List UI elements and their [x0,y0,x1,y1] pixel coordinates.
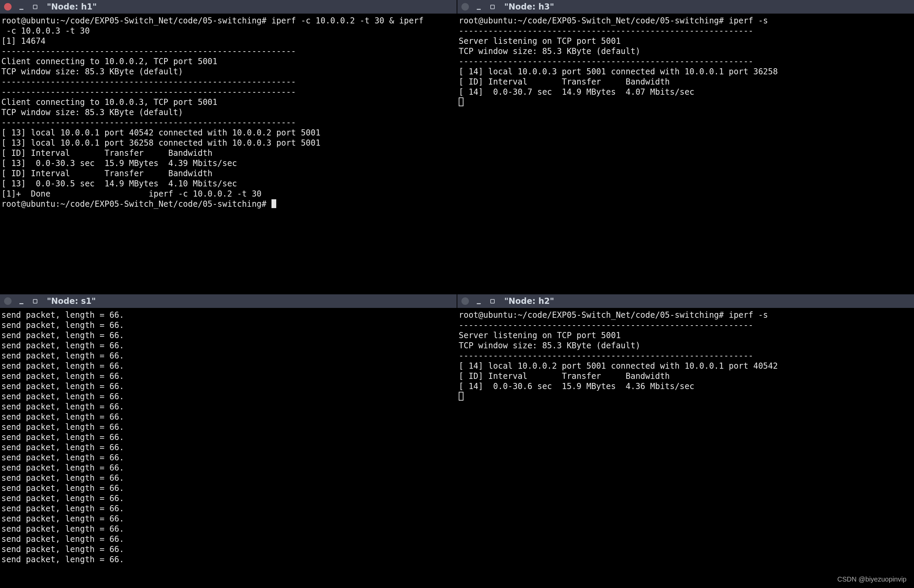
terminal-output[interactable]: root@ubuntu:~/code/EXP05-Switch_Net/code… [457,308,914,588]
minimize-icon[interactable] [18,297,25,305]
terminal-line: [ 14] 0.0-30.7 sec 14.9 MBytes 4.07 Mbit… [459,87,912,97]
terminal-line-text: [ 13] 0.0-30.5 sec 14.9 MBytes 4.10 Mbit… [2,179,237,188]
terminal-line: Client connecting to 10.0.0.3, TCP port … [2,97,455,107]
terminal-line-text: [ 14] local 10.0.0.3 port 5001 connected… [459,67,778,76]
terminal-line: ----------------------------------------… [2,118,455,128]
close-icon[interactable] [4,297,11,305]
terminal-window-h1: "Node: h1"root@ubuntu:~/code/EXP05-Switc… [0,0,457,294]
terminal-line: [ 14] local 10.0.0.3 port 5001 connected… [459,66,912,77]
terminal-line-text: Client connecting to 10.0.0.3, TCP port … [2,97,217,107]
terminal-line: root@ubuntu:~/code/EXP05-Switch_Net/code… [459,16,912,26]
terminal-line: [ ID] Interval Transfer Bandwidth [2,148,455,158]
terminal-line-text: send packet, length = 66. [2,433,124,442]
minimize-icon[interactable] [475,3,483,11]
terminal-line: send packet, length = 66. [2,391,455,402]
terminal-line: send packet, length = 66. [2,524,455,534]
maximize-icon[interactable] [31,297,39,305]
terminal-line [459,391,912,402]
terminal-line-text: ----------------------------------------… [2,87,296,97]
terminal-line-text: send packet, length = 66. [2,341,124,351]
terminal-line: send packet, length = 66. [2,351,455,361]
terminal-line-text: ----------------------------------------… [459,320,753,330]
titlebar[interactable]: "Node: h2" [457,294,914,308]
terminal-line [459,97,912,107]
terminal-line-text: ----------------------------------------… [2,77,296,87]
terminal-line: send packet, length = 66. [2,443,455,452]
terminal-line: send packet, length = 66. [2,473,455,483]
terminal-output[interactable]: root@ubuntu:~/code/EXP05-Switch_Net/code… [0,14,457,294]
minimize-icon[interactable] [18,3,25,11]
terminal-line: [ 14] 0.0-30.6 sec 15.9 MBytes 4.36 Mbit… [459,381,912,391]
terminal-line: send packet, length = 66. [2,504,455,514]
terminal-line-text: Server listening on TCP port 5001 [459,36,621,46]
terminal-line-text: Client connecting to 10.0.0.2, TCP port … [2,57,217,66]
terminal-line-text: TCP window size: 85.3 KByte (default) [459,47,640,56]
terminal-line-text: ----------------------------------------… [2,118,296,127]
terminal-line: send packet, length = 66. [2,341,455,351]
terminal-line-text: send packet, length = 66. [2,381,124,391]
terminal-line: send packet, length = 66. [2,554,455,565]
terminal-line-text: send packet, length = 66. [2,463,124,473]
terminal-line-text: send packet, length = 66. [2,494,124,503]
close-icon[interactable] [4,3,11,11]
close-icon[interactable] [462,3,469,11]
terminal-line-text: ----------------------------------------… [459,26,753,36]
terminal-line: send packet, length = 66. [2,381,455,391]
terminal-line-text: send packet, length = 66. [2,351,124,360]
terminal-line-text: [ 13] 0.0-30.3 sec 15.9 MBytes 4.39 Mbit… [2,158,237,168]
terminal-line: send packet, length = 66. [2,320,455,330]
terminal-line: [ ID] Interval Transfer Bandwidth [459,77,912,87]
terminal-line-text: ----------------------------------------… [2,47,296,56]
terminal-line: send packet, length = 66. [2,412,455,422]
terminal-line: Server listening on TCP port 5001 [459,330,912,341]
minimize-icon[interactable] [475,297,483,305]
terminal-line: TCP window size: 85.3 KByte (default) [2,66,455,77]
terminal-line: [ 14] local 10.0.0.2 port 5001 connected… [459,361,912,371]
terminal-line-text: root@ubuntu:~/code/EXP05-Switch_Net/code… [2,16,424,26]
terminal-line-text: send packet, length = 66. [2,514,124,523]
terminal-line-text: send packet, length = 66. [2,422,124,432]
maximize-icon[interactable] [489,3,496,11]
terminal-line-text: send packet, length = 66. [2,535,124,544]
terminal-output[interactable]: send packet, length = 66.send packet, le… [0,308,457,588]
terminal-line: ----------------------------------------… [459,57,912,66]
terminal-line: [1]+ Done iperf -c 10.0.0.2 -t 30 [2,189,455,199]
terminal-line: ----------------------------------------… [459,351,912,361]
terminal-line-text: [1]+ Done iperf -c 10.0.0.2 -t 30 [2,189,262,199]
terminal-line-text: [ ID] Interval Transfer Bandwidth [459,77,670,87]
terminal-line-text: root@ubuntu:~/code/EXP05-Switch_Net/code… [459,16,768,26]
terminal-line-text: send packet, length = 66. [2,555,124,564]
cursor-icon [271,199,276,208]
terminal-line-text: ----------------------------------------… [459,57,753,66]
close-icon[interactable] [462,297,469,305]
terminal-line-text: send packet, length = 66. [2,524,124,534]
terminal-line-text: TCP window size: 85.3 KByte (default) [459,341,640,351]
titlebar[interactable]: "Node: h3" [457,0,914,14]
terminal-line-text: send packet, length = 66. [2,473,124,483]
titlebar[interactable]: "Node: h1" [0,0,457,14]
terminal-line-text: send packet, length = 66. [2,320,124,330]
terminal-line-text: send packet, length = 66. [2,504,124,513]
terminal-line: root@ubuntu:~/code/EXP05-Switch_Net/code… [459,310,912,320]
terminal-line-text: send packet, length = 66. [2,453,124,462]
terminal-line: TCP window size: 85.3 KByte (default) [2,107,455,118]
terminal-line: ----------------------------------------… [2,46,455,57]
terminal-line: [ ID] Interval Transfer Bandwidth [459,371,912,381]
terminal-line: root@ubuntu:~/code/EXP05-Switch_Net/code… [2,199,455,209]
terminal-line-text: send packet, length = 66. [2,443,124,452]
maximize-icon[interactable] [31,3,39,11]
terminal-line: TCP window size: 85.3 KByte (default) [459,46,912,57]
terminal-line-text: send packet, length = 66. [2,310,124,320]
titlebar[interactable]: "Node: s1" [0,294,457,308]
terminal-line: send packet, length = 66. [2,402,455,412]
terminal-line: [ 13] 0.0-30.3 sec 15.9 MBytes 4.39 Mbit… [2,158,455,168]
terminal-line-text: send packet, length = 66. [2,483,124,493]
terminal-line-text: root@ubuntu:~/code/EXP05-Switch_Net/code… [459,310,768,320]
terminal-line: send packet, length = 66. [2,534,455,544]
terminal-output[interactable]: root@ubuntu:~/code/EXP05-Switch_Net/code… [457,14,914,294]
terminal-line-text: send packet, length = 66. [2,412,124,422]
cursor-icon [459,97,463,106]
terminal-line: [ ID] Interval Transfer Bandwidth [2,168,455,179]
maximize-icon[interactable] [489,297,496,305]
terminal-line: [ 13] local 10.0.0.1 port 40542 connecte… [2,128,455,138]
